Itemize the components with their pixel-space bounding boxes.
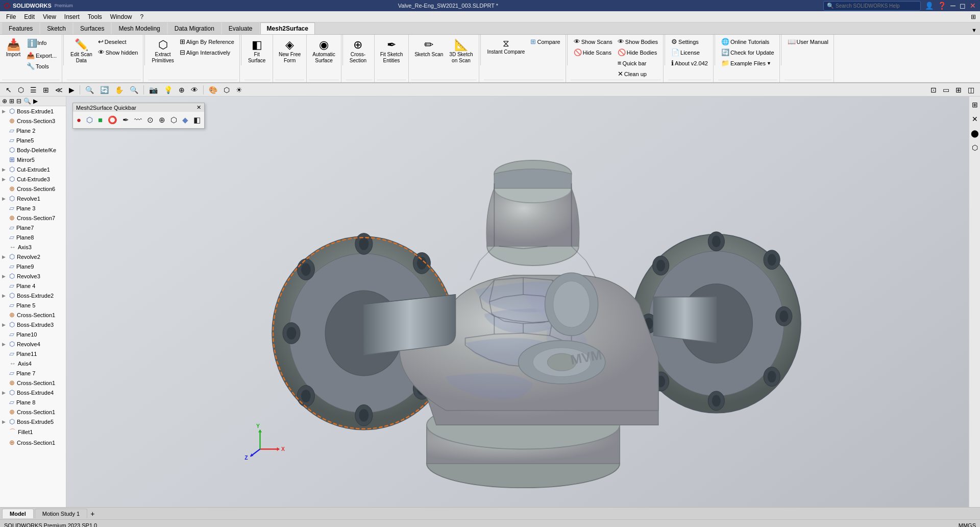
view-hide-icon[interactable]: 👁: [188, 85, 201, 95]
help-icon[interactable]: ❓: [938, 2, 946, 10]
qb-icon-cross[interactable]: ⊕: [157, 113, 167, 127]
deselect-button[interactable]: ↩ Deselect: [96, 37, 140, 46]
list-item[interactable]: ▱ Plane11: [0, 349, 66, 358]
view-toggle-1[interactable]: ⊡: [928, 85, 939, 95]
tab-motion-study[interactable]: Motion Study 1: [35, 509, 87, 518]
menu-help[interactable]: ?: [136, 12, 148, 21]
view-toggle-4[interactable]: ◫: [965, 85, 977, 95]
list-item[interactable]: ▶ ⬡ Revolve4: [0, 339, 66, 349]
toolbar-icon-6[interactable]: ▶: [66, 85, 77, 95]
qb-icon-circle[interactable]: ⭕: [106, 113, 119, 127]
list-item[interactable]: ▶ ⬡ Cut-Extrude1: [0, 164, 66, 174]
more-icon[interactable]: ▶: [33, 98, 38, 105]
view-mesh-icon[interactable]: ⬡: [221, 85, 232, 95]
rotate-icon[interactable]: 🔄: [97, 85, 111, 95]
hide-scans-button[interactable]: 🚫 Hide Scans: [572, 47, 615, 57]
list-item[interactable]: ⊕ Cross-Section1: [0, 438, 66, 447]
qb-icon-red[interactable]: ●: [75, 113, 83, 127]
list-item[interactable]: ▱ Plane 7: [0, 368, 66, 378]
view-orient-icon[interactable]: 📷: [146, 85, 160, 95]
extract-primitives-button[interactable]: ⬡ ExtractPrimitives: [149, 37, 176, 65]
toolbar-icon-4[interactable]: ⊞: [40, 85, 52, 95]
list-item[interactable]: ↔ Axis4: [0, 358, 66, 368]
list-item[interactable]: ▶ ⬡ Cut-Extrude3: [0, 174, 66, 184]
zoom-icon[interactable]: 🔍: [127, 85, 141, 95]
view-toggle-2[interactable]: ▭: [940, 85, 952, 95]
list-item[interactable]: ⊕ Cross-Section1: [0, 378, 66, 388]
list-item[interactable]: ▱ Plane7: [0, 223, 66, 232]
list-item[interactable]: ▶ ⬡ Revolve3: [0, 271, 66, 281]
show-bodies-button[interactable]: 👁 Show Bodies: [616, 37, 660, 46]
list-item[interactable]: ▶ ⬡ Revolve1: [0, 194, 66, 203]
list-item[interactable]: ⊞ Mirror5: [0, 155, 66, 164]
instant-compare-button[interactable]: ⧖ Instant Compare: [485, 37, 528, 57]
view-section-icon[interactable]: ⊕: [176, 85, 187, 95]
cross-section-button[interactable]: ⊕ Cross-Section: [347, 37, 369, 65]
tab-model[interactable]: Model: [2, 509, 34, 518]
3d-sketch-on-scan-button[interactable]: 📐 3D Sketchon Scan: [447, 37, 475, 65]
right-panel-icon-2[interactable]: ✕: [970, 113, 980, 125]
import-button[interactable]: 📥 Import: [3, 37, 23, 59]
toolbar-icon-2[interactable]: ⬡: [15, 85, 27, 95]
tab-surfaces[interactable]: Surfaces: [74, 22, 111, 34]
fit-sketch-entities-button[interactable]: ✒ Fit SketchEntities: [378, 37, 405, 65]
info-button[interactable]: ℹ️ Info: [24, 37, 59, 50]
view-lights-icon[interactable]: ☀: [233, 85, 245, 95]
qb-icon-target[interactable]: ⊙: [145, 113, 156, 127]
align-by-reference-button[interactable]: ⊞ Align By Reference: [178, 37, 236, 46]
license-button[interactable]: 📄 License: [669, 47, 710, 57]
tab-mesh-modeling[interactable]: Mesh Modeling: [112, 22, 166, 34]
align-interactively-button[interactable]: ⊟ Align Interactively: [178, 47, 236, 57]
hide-bodies-button[interactable]: 🚫 Hide Bodies: [616, 47, 660, 57]
list-item[interactable]: ▱ Plane8: [0, 232, 66, 242]
online-tutorials-button[interactable]: 🌐 Online Tutorials: [719, 37, 776, 46]
tab-evaluate[interactable]: Evaluate: [222, 22, 259, 34]
window-expand-icon[interactable]: ⊞: [969, 12, 978, 21]
list-item[interactable]: ⊕ Cross-Section1: [0, 310, 66, 320]
qb-icon-mesh[interactable]: ⬡: [84, 113, 95, 127]
tab-mesh2surface[interactable]: Mesh2Surface: [260, 22, 315, 34]
toolbar-icon-5[interactable]: ≪: [53, 85, 65, 95]
show-scans-button[interactable]: 👁 Show Scans: [572, 37, 615, 46]
list-item[interactable]: ▱ Plane 8: [0, 397, 66, 407]
list-item[interactable]: ▱ Plane 4: [0, 281, 66, 291]
menu-edit[interactable]: Edit: [20, 12, 39, 21]
close-btn[interactable]: ✕: [970, 2, 976, 10]
settings-button[interactable]: ⚙ Settings: [669, 37, 710, 46]
list-item[interactable]: ⊕ Cross-Section3: [0, 116, 66, 126]
fit-surface-button[interactable]: ◧ FitSurface: [246, 37, 268, 65]
minimize-btn[interactable]: ─: [950, 2, 955, 10]
list-item[interactable]: ⊕ Cross-Section6: [0, 184, 66, 194]
quickbar-close-icon[interactable]: ✕: [197, 104, 201, 111]
example-files-button[interactable]: 📁 Example Files ▼: [719, 58, 776, 68]
edit-scan-data-button[interactable]: ✏️ Edit ScanData: [68, 37, 95, 65]
menu-view[interactable]: View: [39, 12, 60, 21]
list-item[interactable]: ↔ Axis3: [0, 242, 66, 252]
list-item[interactable]: ▱ Plane5: [0, 135, 66, 145]
new-free-form-button[interactable]: ◈ New FreeForm: [276, 37, 303, 65]
view-display-icon[interactable]: 💡: [161, 85, 175, 95]
list-item[interactable]: ▶ ⬡ Boss-Extrude1: [0, 106, 66, 116]
list-item[interactable]: ▶ ⬡ Boss-Extrude2: [0, 291, 66, 300]
collapse-icon[interactable]: ⊟: [16, 98, 21, 105]
list-item[interactable]: ⊕ Cross-Section7: [0, 213, 66, 223]
menu-window[interactable]: Window: [106, 12, 136, 21]
user-icon[interactable]: 👤: [925, 2, 934, 10]
qb-icon-diamond[interactable]: ◆: [180, 113, 190, 127]
automatic-surface-button[interactable]: ◉ AutomaticSurface: [310, 37, 337, 65]
list-item[interactable]: ▶ ⬡ Boss-Extrude5: [0, 417, 66, 426]
view-color-icon[interactable]: 🎨: [206, 85, 220, 95]
display-options-icon[interactable]: ⊞: [9, 98, 14, 105]
select-icon[interactable]: ↖: [3, 85, 14, 95]
qb-icon-pen[interactable]: ✒: [120, 113, 131, 127]
export-button[interactable]: 📤 Export...: [24, 51, 59, 60]
3d-viewport[interactable]: Mesh2Surface Quickbar ✕ ● ⬡ ■ ⭕ ✒ 〰 ⊙ ⊕ …: [66, 97, 980, 507]
quick-bar-button[interactable]: ≡ Quick bar: [616, 58, 660, 68]
restore-btn[interactable]: ◻: [960, 2, 966, 10]
list-item[interactable]: ▱ Plane9: [0, 261, 66, 271]
tab-features[interactable]: Features: [2, 22, 39, 34]
list-item[interactable]: ▶ ⬡ Revolve2: [0, 252, 66, 261]
right-panel-icon-1[interactable]: ⊞: [970, 99, 980, 111]
search-feature-icon[interactable]: 🔍: [23, 98, 31, 105]
tab-sketch[interactable]: Sketch: [40, 22, 72, 34]
